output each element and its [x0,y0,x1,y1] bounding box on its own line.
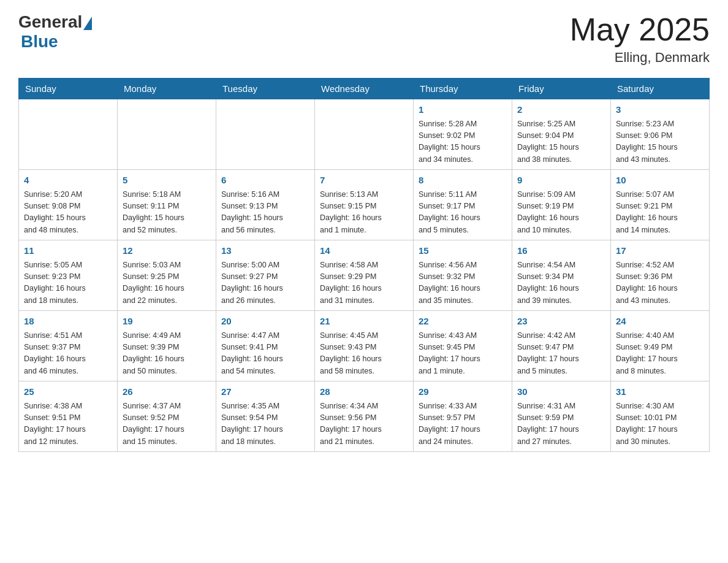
col-header-tuesday: Tuesday [216,79,315,99]
day-info: Sunrise: 4:56 AMSunset: 9:32 PMDaylight:… [419,259,507,307]
day-info: Sunrise: 4:42 AMSunset: 9:47 PMDaylight:… [517,330,605,378]
calendar-cell [216,99,315,170]
day-info: Sunrise: 4:30 AMSunset: 10:01 PMDaylight… [616,400,704,448]
day-info: Sunrise: 5:03 AMSunset: 9:25 PMDaylight:… [123,259,211,307]
day-info: Sunrise: 5:07 AMSunset: 9:21 PMDaylight:… [616,189,704,237]
calendar-cell: 19Sunrise: 4:49 AMSunset: 9:39 PMDayligh… [118,311,216,381]
day-info: Sunrise: 4:54 AMSunset: 9:34 PMDaylight:… [517,259,605,307]
calendar-cell: 26Sunrise: 4:37 AMSunset: 9:52 PMDayligh… [118,381,216,452]
day-info: Sunrise: 4:47 AMSunset: 9:41 PMDaylight:… [221,330,309,378]
week-row-2: 4Sunrise: 5:20 AMSunset: 9:08 PMDaylight… [19,170,710,240]
day-info: Sunrise: 4:58 AMSunset: 9:29 PMDaylight:… [320,259,408,307]
calendar-cell [19,99,118,170]
day-number: 23 [517,315,605,329]
calendar-cell: 23Sunrise: 4:42 AMSunset: 9:47 PMDayligh… [512,311,611,381]
day-info: Sunrise: 4:35 AMSunset: 9:54 PMDaylight:… [221,400,309,448]
day-number: 8 [419,174,507,188]
day-info: Sunrise: 4:33 AMSunset: 9:57 PMDaylight:… [419,400,507,448]
day-number: 24 [616,315,704,329]
col-header-monday: Monday [118,79,216,99]
calendar-cell: 11Sunrise: 5:05 AMSunset: 9:23 PMDayligh… [19,240,118,311]
calendar-cell: 12Sunrise: 5:03 AMSunset: 9:25 PMDayligh… [118,240,216,311]
day-info: Sunrise: 5:16 AMSunset: 9:13 PMDaylight:… [221,189,309,237]
day-number: 17 [616,244,704,258]
day-info: Sunrise: 5:23 AMSunset: 9:06 PMDaylight:… [616,118,704,166]
month-year-title: May 2025 [570,12,710,47]
day-info: Sunrise: 5:05 AMSunset: 9:23 PMDaylight:… [24,259,112,307]
col-header-sunday: Sunday [19,79,118,99]
title-section: May 2025 Elling, Denmark [570,12,710,66]
week-row-1: 1Sunrise: 5:28 AMSunset: 9:02 PMDaylight… [19,99,710,170]
calendar-cell: 6Sunrise: 5:16 AMSunset: 9:13 PMDaylight… [216,170,315,240]
logo-triangle-icon [83,17,92,30]
calendar-cell: 14Sunrise: 4:58 AMSunset: 9:29 PMDayligh… [315,240,414,311]
calendar-cell: 28Sunrise: 4:34 AMSunset: 9:56 PMDayligh… [315,381,414,452]
week-row-3: 11Sunrise: 5:05 AMSunset: 9:23 PMDayligh… [19,240,710,311]
day-info: Sunrise: 4:37 AMSunset: 9:52 PMDaylight:… [123,400,211,448]
day-number: 11 [24,244,112,258]
day-info: Sunrise: 5:18 AMSunset: 9:11 PMDaylight:… [123,189,211,237]
day-number: 13 [221,244,309,258]
calendar-cell: 30Sunrise: 4:31 AMSunset: 9:59 PMDayligh… [512,381,611,452]
day-number: 20 [221,315,309,329]
col-header-saturday: Saturday [611,79,710,99]
day-number: 22 [419,315,507,329]
calendar-cell: 17Sunrise: 4:52 AMSunset: 9:36 PMDayligh… [611,240,710,311]
day-number: 12 [123,244,211,258]
day-info: Sunrise: 4:51 AMSunset: 9:37 PMDaylight:… [24,330,112,378]
calendar-cell: 9Sunrise: 5:09 AMSunset: 9:19 PMDaylight… [512,170,611,240]
day-info: Sunrise: 4:49 AMSunset: 9:39 PMDaylight:… [123,330,211,378]
calendar-table: SundayMondayTuesdayWednesdayThursdayFrid… [18,78,710,452]
calendar-cell: 8Sunrise: 5:11 AMSunset: 9:17 PMDaylight… [414,170,512,240]
calendar-cell: 18Sunrise: 4:51 AMSunset: 9:37 PMDayligh… [19,311,118,381]
calendar-cell: 29Sunrise: 4:33 AMSunset: 9:57 PMDayligh… [414,381,512,452]
day-number: 5 [123,174,211,188]
calendar-cell: 13Sunrise: 5:00 AMSunset: 9:27 PMDayligh… [216,240,315,311]
day-info: Sunrise: 5:00 AMSunset: 9:27 PMDaylight:… [221,259,309,307]
col-header-wednesday: Wednesday [315,79,414,99]
day-info: Sunrise: 4:40 AMSunset: 9:49 PMDaylight:… [616,330,704,378]
logo: General Blue [18,12,92,52]
day-info: Sunrise: 5:28 AMSunset: 9:02 PMDaylight:… [419,118,507,166]
calendar-cell: 1Sunrise: 5:28 AMSunset: 9:02 PMDaylight… [414,99,512,170]
calendar-cell: 25Sunrise: 4:38 AMSunset: 9:51 PMDayligh… [19,381,118,452]
week-row-5: 25Sunrise: 4:38 AMSunset: 9:51 PMDayligh… [19,381,710,452]
calendar-cell [315,99,414,170]
day-number: 15 [419,244,507,258]
day-number: 19 [123,315,211,329]
day-number: 30 [517,385,605,399]
day-number: 21 [320,315,408,329]
calendar-cell [118,99,216,170]
day-number: 10 [616,174,704,188]
day-info: Sunrise: 5:09 AMSunset: 9:19 PMDaylight:… [517,189,605,237]
day-number: 7 [320,174,408,188]
calendar-cell: 10Sunrise: 5:07 AMSunset: 9:21 PMDayligh… [611,170,710,240]
day-number: 18 [24,315,112,329]
day-info: Sunrise: 5:20 AMSunset: 9:08 PMDaylight:… [24,189,112,237]
page-header: General Blue May 2025 Elling, Denmark [18,12,710,66]
day-info: Sunrise: 4:43 AMSunset: 9:45 PMDaylight:… [419,330,507,378]
calendar-cell: 16Sunrise: 4:54 AMSunset: 9:34 PMDayligh… [512,240,611,311]
calendar-cell: 2Sunrise: 5:25 AMSunset: 9:04 PMDaylight… [512,99,611,170]
logo-general-text: General [18,12,82,32]
calendar-cell: 31Sunrise: 4:30 AMSunset: 10:01 PMDaylig… [611,381,710,452]
day-number: 25 [24,385,112,399]
col-header-friday: Friday [512,79,611,99]
location-subtitle: Elling, Denmark [570,50,710,66]
day-number: 9 [517,174,605,188]
day-number: 14 [320,244,408,258]
calendar-cell: 3Sunrise: 5:23 AMSunset: 9:06 PMDaylight… [611,99,710,170]
day-number: 1 [419,103,507,117]
week-row-4: 18Sunrise: 4:51 AMSunset: 9:37 PMDayligh… [19,311,710,381]
day-number: 2 [517,103,605,117]
day-number: 4 [24,174,112,188]
calendar-cell: 22Sunrise: 4:43 AMSunset: 9:45 PMDayligh… [414,311,512,381]
col-header-thursday: Thursday [414,79,512,99]
calendar-cell: 20Sunrise: 4:47 AMSunset: 9:41 PMDayligh… [216,311,315,381]
day-number: 3 [616,103,704,117]
day-number: 26 [123,385,211,399]
day-number: 31 [616,385,704,399]
day-info: Sunrise: 5:25 AMSunset: 9:04 PMDaylight:… [517,118,605,166]
calendar-cell: 15Sunrise: 4:56 AMSunset: 9:32 PMDayligh… [414,240,512,311]
day-info: Sunrise: 4:38 AMSunset: 9:51 PMDaylight:… [24,400,112,448]
